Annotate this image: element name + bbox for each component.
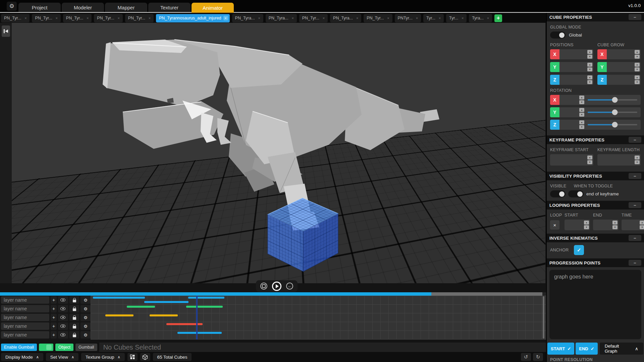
settings-gear-button[interactable]: ⚙ xyxy=(7,2,17,11)
enable-gumball-button[interactable]: Enable Gumball xyxy=(1,344,37,351)
collapse-button[interactable]: − xyxy=(629,202,641,208)
stop-button[interactable] xyxy=(260,283,267,290)
progression-start-button[interactable]: START✓ xyxy=(547,343,574,355)
close-icon[interactable]: × xyxy=(386,16,391,20)
keyframe-length-input[interactable]: ▲▼ xyxy=(597,154,641,166)
stepper[interactable]: ▲▼ xyxy=(635,75,640,84)
graph-select-dropdown[interactable]: Default Graph∧ xyxy=(600,343,643,355)
close-icon[interactable]: × xyxy=(355,16,360,20)
close-icon[interactable]: × xyxy=(257,16,262,20)
keyframe-bar[interactable] xyxy=(177,332,222,334)
texture-group-dropdown[interactable]: Texture Group∧ xyxy=(81,353,125,361)
rotation-x-row[interactable]: X ▲▼ xyxy=(550,95,641,105)
close-icon[interactable]: × xyxy=(116,16,121,20)
close-icon[interactable]: × xyxy=(54,16,59,20)
close-icon[interactable]: × xyxy=(437,16,442,20)
file-tab[interactable]: PN_Tyr...× xyxy=(32,14,60,22)
stepper[interactable]: ▲▼ xyxy=(587,75,592,84)
position-z-input[interactable]: Z▲▼ xyxy=(550,75,593,85)
display-mode-dropdown[interactable]: Display Mode∧ xyxy=(1,353,43,361)
layer-settings-button[interactable]: ⚙ xyxy=(80,296,91,304)
loop-time-input[interactable]: ▲▼ xyxy=(622,220,644,230)
close-icon[interactable]: × xyxy=(486,16,490,20)
gumball-toggle[interactable] xyxy=(39,344,53,351)
layer-name-input[interactable]: layer name xyxy=(1,296,49,304)
global-mode-toggle[interactable] xyxy=(550,32,566,39)
file-tab[interactable]: PN_Tyr...× xyxy=(94,14,122,22)
rewind-button[interactable]: ← xyxy=(286,283,293,290)
stepper[interactable]: ▲▼ xyxy=(640,221,644,229)
visible-toggle[interactable] xyxy=(550,190,566,197)
tab-texturer[interactable]: Texturer xyxy=(148,3,191,12)
collapse-button[interactable]: − xyxy=(629,260,641,266)
slider-knob[interactable] xyxy=(612,97,618,103)
stepper[interactable]: ▲▼ xyxy=(579,108,584,117)
visibility-button[interactable] xyxy=(58,305,68,312)
progression-end-button[interactable]: END✓ xyxy=(576,343,597,355)
stepper[interactable]: ▲▼ xyxy=(587,50,592,59)
new-tab-button[interactable]: + xyxy=(494,14,502,22)
close-icon[interactable]: × xyxy=(415,16,419,20)
position-x-input[interactable]: X▲▼ xyxy=(550,49,593,59)
file-tab[interactable]: PN_Tyr...× xyxy=(299,14,328,22)
close-icon[interactable]: × xyxy=(290,16,295,20)
viewport-3d[interactable] xyxy=(12,23,545,283)
play-button[interactable] xyxy=(272,282,281,291)
file-tab[interactable]: PNTyr...× xyxy=(395,14,421,22)
set-view-dropdown[interactable]: Set View∧ xyxy=(46,353,78,361)
collapse-button[interactable]: − xyxy=(629,137,641,143)
grow-x-input[interactable]: X▲▼ xyxy=(597,49,641,59)
tab-project[interactable]: Project xyxy=(18,3,61,12)
file-tab[interactable]: Tyra...× xyxy=(469,14,492,22)
add-keyframe-button[interactable]: + xyxy=(51,314,57,321)
timeline-tracks[interactable] xyxy=(91,296,546,340)
object-mode-button[interactable]: Object xyxy=(55,344,73,351)
file-tab[interactable]: Tyr...× xyxy=(446,14,467,22)
stepper[interactable]: ▲▼ xyxy=(579,120,584,129)
file-tab[interactable]: PN_Tyr...× xyxy=(63,14,92,22)
visibility-button[interactable] xyxy=(58,314,68,321)
lock-button[interactable] xyxy=(69,331,79,339)
close-icon[interactable]: × xyxy=(85,16,90,20)
close-icon[interactable]: × xyxy=(147,16,152,20)
add-keyframe-button[interactable]: + xyxy=(51,296,57,304)
stepper[interactable]: ▲▼ xyxy=(635,156,640,164)
close-icon[interactable]: × xyxy=(223,16,228,20)
visibility-button[interactable] xyxy=(58,296,68,304)
position-y-input[interactable]: Y▲▼ xyxy=(550,62,593,72)
stepper[interactable]: ▲▼ xyxy=(635,50,640,59)
layer-name-input[interactable]: layer name xyxy=(1,314,49,321)
tab-mapper[interactable]: Mapper xyxy=(105,3,147,12)
file-tab[interactable]: Tyr...× xyxy=(423,14,444,22)
undo-button[interactable]: ↺ xyxy=(521,353,531,361)
tab-modeler[interactable]: Modeler xyxy=(62,3,104,12)
keyframe-bar[interactable] xyxy=(105,314,133,316)
collapse-button[interactable]: − xyxy=(629,14,641,20)
stepper[interactable]: ▲▼ xyxy=(584,221,589,229)
gumball-mode-button[interactable]: Gumball xyxy=(75,344,97,351)
lock-button[interactable] xyxy=(69,322,79,330)
loop-end-input[interactable]: ▲▼ xyxy=(593,220,619,230)
redo-button[interactable]: ↻ xyxy=(533,353,543,361)
stepper[interactable]: ▲▼ xyxy=(612,221,618,229)
slider-knob[interactable] xyxy=(612,110,618,115)
anchor-checkbox[interactable]: ✓ xyxy=(574,245,584,255)
grid-view-button[interactable] xyxy=(127,353,138,361)
slider-knob[interactable] xyxy=(612,122,618,128)
add-keyframe-button[interactable]: + xyxy=(51,305,57,312)
layer-settings-button[interactable]: ⚙ xyxy=(80,331,91,339)
rotation-y-row[interactable]: Y ▲▼ xyxy=(550,107,641,117)
collapse-button[interactable]: − xyxy=(629,235,641,241)
loop-checkbox[interactable]: × xyxy=(550,220,559,230)
add-keyframe-button[interactable]: + xyxy=(51,322,57,330)
layer-name-input[interactable]: layer name xyxy=(1,305,49,312)
progression-graph-area[interactable]: graph goes here xyxy=(549,270,641,339)
rotation-z-slider[interactable] xyxy=(588,124,637,125)
rotation-z-row[interactable]: Z ▲▼ xyxy=(550,120,641,130)
timeline-scrollbar[interactable] xyxy=(543,296,544,339)
cube-view-button[interactable] xyxy=(140,353,150,361)
file-tab[interactable]: PN_Tyr...× xyxy=(364,14,392,22)
stepper[interactable]: ▲▼ xyxy=(635,63,640,71)
keyframe-start-input[interactable]: ▲▼ xyxy=(550,154,593,166)
stepper[interactable]: ▲▼ xyxy=(579,96,584,104)
